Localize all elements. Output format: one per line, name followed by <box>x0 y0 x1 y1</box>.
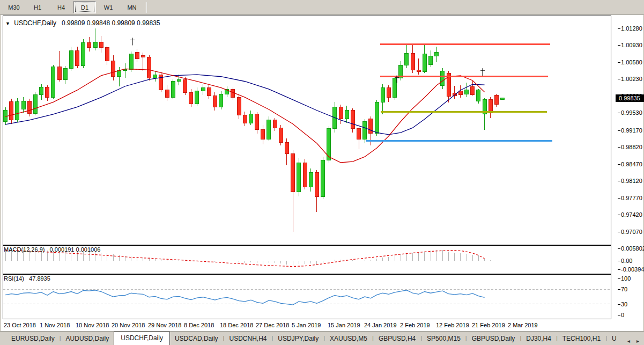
axis-label: -0.003945 <box>621 266 644 273</box>
price-axis[interactable]: 1.012801.009301.005801.002300.998800.995… <box>611 15 643 245</box>
date-label: 24 Jan 2019 <box>364 322 397 328</box>
chart-tab-gbpusd-h4[interactable]: GBPUSD,H4 <box>374 333 420 345</box>
axis-label: 0 <box>621 312 624 318</box>
time-axis[interactable]: 23 Oct 20181 Nov 201810 Nov 201820 Nov 2… <box>1 319 611 331</box>
date-label: 23 Oct 2018 <box>4 322 36 328</box>
axis-label: 0.97770 <box>621 195 642 201</box>
axis-tick <box>618 45 620 46</box>
axis-tick <box>618 79 620 79</box>
axis-tick <box>618 315 620 315</box>
timeframe-button-m30[interactable]: M30 <box>3 1 25 13</box>
axis-tick <box>618 113 620 113</box>
timeframe-button-w1[interactable]: W1 <box>97 1 120 13</box>
tab-scroll-left-icon[interactable]: ◂ <box>626 337 632 345</box>
axis-label: 1.00930 <box>621 42 642 48</box>
axis-tick <box>618 269 620 270</box>
timeframe-toolbar: M30H1H4D1W1MN <box>0 0 644 15</box>
rsi-current-value: 47.8935 <box>29 275 50 282</box>
chart-tab-usdcnh-h4[interactable]: USDCNH,H4 <box>224 333 271 345</box>
axis-tick <box>618 147 620 148</box>
axis-label: 1.00230 <box>621 76 642 82</box>
axis-label: 0.97420 <box>621 211 642 218</box>
chart-tab-xauusd-m5[interactable]: XAUUSD,M5 <box>325 333 372 345</box>
rsi-indicator-plot[interactable] <box>1 274 611 319</box>
timeframe-button-h1[interactable]: H1 <box>26 1 49 13</box>
axis-label: 0.00 <box>621 258 632 264</box>
chart-ohlc-values: 0.99809 0.99848 0.99809 0.99835 <box>62 19 160 27</box>
axis-label: 0.97070 <box>621 229 642 235</box>
chart-window: ▼ USDCHF,Daily 0.99809 0.99848 0.99809 0… <box>1 15 643 331</box>
timeframe-button-h4[interactable]: H4 <box>50 1 72 13</box>
date-label: 20 Nov 2018 <box>112 322 145 328</box>
main-chart-plot[interactable] <box>1 15 611 245</box>
axis-label: 100 <box>621 275 631 282</box>
chart-tab-eurusd-daily[interactable]: EURUSD,Daily <box>6 333 60 345</box>
date-label: 1 Nov 2018 <box>40 322 70 328</box>
axis-label: 1.00580 <box>621 59 642 65</box>
date-label: 10 Nov 2018 <box>76 322 109 328</box>
axis-tick <box>618 278 620 279</box>
chart-tab-usdjpy-daily[interactable]: USDJPY,Daily <box>273 333 323 345</box>
chart-tab-usdchf-daily[interactable]: USDCHF,Daily <box>114 332 170 345</box>
current-price-badge: 0.99835 <box>616 94 644 102</box>
tab-scroll-right-icon[interactable]: ▸ <box>635 337 641 345</box>
axis-tick <box>618 28 620 29</box>
axis-tick <box>618 181 620 181</box>
chart-tab-dj30-h4[interactable]: DJ30,H4 <box>521 333 556 345</box>
chart-tab-gbpusd-daily[interactable]: GBPUSD,Daily <box>467 333 520 345</box>
date-label: 27 Dec 2018 <box>256 322 289 328</box>
date-label: 12 Feb 2019 <box>436 322 469 328</box>
chart-symbol-label: USDCHF,Daily <box>14 19 56 27</box>
axis-label: 1.01280 <box>621 25 642 32</box>
chart-tab-sp500-m15[interactable]: SP500,M15 <box>422 333 465 345</box>
axis-label: 0.98120 <box>621 178 642 184</box>
macd-name-label: MACD(12,26,9) <box>4 246 45 253</box>
axis-label: 30 <box>621 301 627 307</box>
chart-title: ▼ USDCHF,Daily 0.99809 0.99848 0.99809 0… <box>5 19 160 27</box>
date-label: 5 Jan 2019 <box>292 322 321 328</box>
rsi-axis: 10070300 <box>611 274 643 319</box>
axis-label: 0.99530 <box>621 109 642 116</box>
axis-tick <box>618 198 620 199</box>
axis-tick <box>618 232 620 232</box>
axis-label: 0.005802 <box>621 245 644 252</box>
axis-label: 0.99170 <box>621 127 642 134</box>
macd-current-values: 0.000191 0.001006 <box>50 246 101 253</box>
chart-dropdown-icon[interactable]: ▼ <box>5 21 10 26</box>
rsi-name-label: RSI(14) <box>4 275 24 282</box>
chart-tab-bar: EURUSD,Daily|AUDUSD,DailyUSDCHF,DailyUSD… <box>0 331 644 345</box>
rsi-title: RSI(14) 47.8935 <box>4 275 50 282</box>
axis-tick <box>618 215 620 215</box>
axis-label: 0.98470 <box>621 161 642 167</box>
macd-axis: 0.0058020.00-0.003945 <box>611 245 643 274</box>
axis-tick <box>618 289 620 290</box>
axis-tick <box>618 62 620 63</box>
axis-tick <box>618 248 620 249</box>
timeframe-button-mn[interactable]: MN <box>121 1 143 13</box>
date-label: 29 Nov 2018 <box>148 322 181 328</box>
macd-title: MACD(12,26,9) 0.000191 0.001006 <box>4 246 100 253</box>
date-label: 2 Mar 2019 <box>508 322 538 328</box>
axis-tick <box>618 164 620 165</box>
date-label: 2 Feb 2019 <box>400 322 430 328</box>
date-label: 8 Dec 2018 <box>184 322 214 328</box>
axis-tick <box>618 304 620 305</box>
toolbar-separator <box>146 2 147 13</box>
chart-tab-u[interactable]: U <box>607 333 621 345</box>
axis-tick <box>618 261 620 261</box>
date-label: 21 Feb 2019 <box>472 322 505 328</box>
date-label: 18 Dec 2018 <box>220 322 253 328</box>
axis-label: 0.98820 <box>621 144 642 150</box>
axis-tick <box>618 130 620 131</box>
date-label: 15 Jan 2019 <box>328 322 360 328</box>
timeframe-button-d1[interactable]: D1 <box>73 1 96 13</box>
chart-tab-usdcad-daily[interactable]: USDCAD,Daily <box>170 333 223 345</box>
chart-tab-audusd-daily[interactable]: AUDUSD,Daily <box>61 333 114 345</box>
chart-tab-tech100-h1[interactable]: TECH100,H1 <box>558 333 605 345</box>
axis-label: 70 <box>621 286 627 292</box>
